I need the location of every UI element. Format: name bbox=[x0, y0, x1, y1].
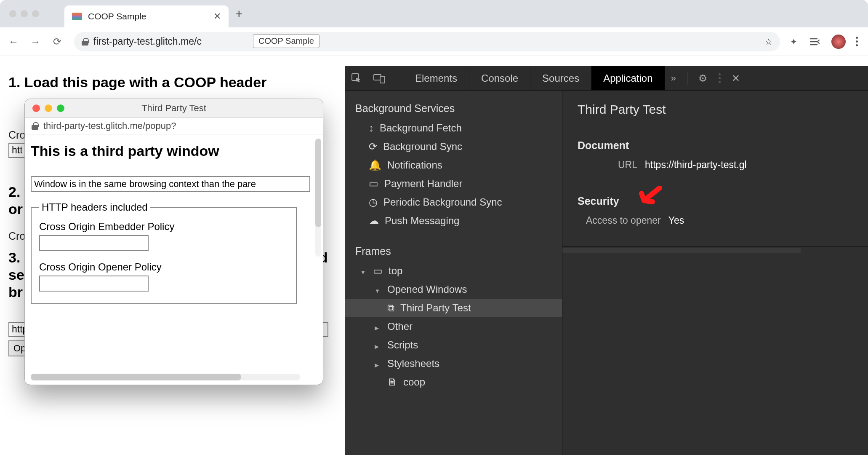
url-label: URL bbox=[618, 159, 637, 171]
popup-address-bar[interactable]: third-party-test.glitch.me/popup? bbox=[25, 118, 323, 134]
settings-gear-icon[interactable]: ⚙ bbox=[698, 72, 708, 84]
extensions-icon[interactable]: ✦ bbox=[788, 36, 799, 48]
popup-scrollbar-horizontal[interactable] bbox=[31, 374, 300, 380]
tab-application[interactable]: Application bbox=[591, 66, 665, 90]
inspect-tool-icon[interactable] bbox=[345, 66, 368, 90]
address-bar-row: ← → ⟳ first-party-test.glitch.me/c COOP … bbox=[0, 27, 868, 56]
lock-icon bbox=[82, 38, 88, 46]
popup-titlebar: Third Party Test bbox=[25, 99, 323, 118]
browsing-context-message: Window is in the same browsing context t… bbox=[31, 176, 310, 192]
sidebar-scripts[interactable]: Scripts bbox=[345, 336, 562, 354]
popup-title-text: Third Party Test bbox=[25, 103, 323, 114]
clock-icon: ◷ bbox=[369, 196, 378, 208]
new-tab-button[interactable]: + bbox=[235, 7, 243, 21]
cloud-icon: ☁ bbox=[369, 215, 379, 227]
fieldset-legend: HTTP headers included bbox=[39, 201, 150, 213]
profile-avatar[interactable] bbox=[831, 35, 846, 49]
document-heading: Document bbox=[578, 139, 853, 152]
access-opener-value: Yes bbox=[668, 215, 684, 226]
tab-title: COOP Sample bbox=[88, 11, 208, 21]
divider bbox=[562, 246, 868, 247]
coop-label: Cross Origin Opener Policy bbox=[39, 261, 288, 273]
http-input-partial[interactable] bbox=[8, 143, 25, 158]
browser-tab[interactable]: COOP Sample ✕ bbox=[64, 5, 229, 27]
popup-window-icon: ⧉ bbox=[387, 302, 394, 314]
url-value: https://third-party-test.gl bbox=[645, 159, 747, 171]
close-tab-icon[interactable]: ✕ bbox=[213, 11, 221, 22]
sidebar-other[interactable]: Other bbox=[345, 317, 562, 336]
tab-elements[interactable]: Elements bbox=[403, 66, 469, 90]
omnibox[interactable]: first-party-test.glitch.me/c COOP Sample… bbox=[74, 32, 780, 51]
window-icon: ▭ bbox=[373, 265, 383, 277]
device-toggle-icon[interactable] bbox=[368, 66, 391, 90]
star-icon[interactable]: ☆ bbox=[765, 37, 772, 47]
omnibox-url: first-party-test.glitch.me/c bbox=[93, 36, 202, 47]
sidebar-opened-windows[interactable]: Opened Windows bbox=[345, 280, 562, 299]
tab-console[interactable]: Console bbox=[469, 66, 530, 90]
close-devtools-icon[interactable]: ✕ bbox=[732, 72, 740, 84]
card-icon: ▭ bbox=[369, 178, 378, 190]
headers-fieldset: HTTP headers included Cross Origin Embed… bbox=[31, 201, 297, 304]
sidebar-item-bg-sync[interactable]: ⟳Background Sync bbox=[345, 137, 562, 156]
svg-rect-2 bbox=[380, 76, 385, 83]
page-heading-1: 1. Load this page with a COOP header bbox=[8, 74, 336, 91]
extension-icons: ✦ bbox=[788, 35, 864, 49]
tab-strip: COOP Sample ✕ + bbox=[0, 0, 868, 27]
devtools-panel: Elements Console Sources Application » ⚙… bbox=[345, 66, 868, 455]
bell-icon: 🔔 bbox=[369, 159, 381, 171]
chrome-menu-icon[interactable] bbox=[856, 37, 858, 46]
window-traffic-lights bbox=[9, 10, 39, 17]
popup-close-button[interactable] bbox=[32, 104, 40, 112]
refresh-icon: ⟳ bbox=[369, 141, 377, 153]
traffic-close[interactable] bbox=[9, 10, 16, 17]
coep-label: Cross Origin Embedder Policy bbox=[39, 221, 288, 233]
lock-icon bbox=[32, 122, 38, 130]
browser-chrome: COOP Sample ✕ + ← → ⟳ first-party-test.g… bbox=[0, 0, 868, 66]
popup-min-button[interactable] bbox=[45, 104, 52, 112]
access-opener-label: Access to opener bbox=[586, 215, 661, 226]
scrollbar-horizontal[interactable] bbox=[562, 248, 801, 253]
devtools-tabstrip: Elements Console Sources Application » ⚙… bbox=[345, 66, 868, 91]
omnibox-tooltip: COOP Sample bbox=[253, 34, 320, 48]
devtools-sidebar: Background Services ↕Background Fetch ⟳B… bbox=[345, 91, 562, 455]
favicon-icon bbox=[72, 13, 82, 20]
arrow-indicator-icon bbox=[636, 186, 663, 209]
forward-button[interactable]: → bbox=[26, 32, 45, 51]
sidebar-frame-top[interactable]: ▭top bbox=[345, 262, 562, 280]
sidebar-item-push-messaging[interactable]: ☁Push Messaging bbox=[345, 211, 562, 230]
overflow-tabs-icon[interactable]: » bbox=[671, 73, 676, 84]
popup-heading: This is a third party window bbox=[31, 143, 317, 159]
sidebar-frame-third-party[interactable]: ⧉Third Party Test bbox=[345, 299, 562, 317]
popup-scrollbar-vertical[interactable] bbox=[315, 139, 321, 257]
popup-url: third-party-test.glitch.me/popup? bbox=[43, 120, 176, 131]
devtools-main: Third Party Test Document URL https://th… bbox=[562, 91, 868, 455]
traffic-min[interactable] bbox=[21, 10, 28, 17]
devtools-menu-icon[interactable] bbox=[719, 73, 721, 83]
popup-max-button[interactable] bbox=[57, 104, 64, 112]
sidebar-section-frames: Frames bbox=[345, 241, 562, 262]
reload-button[interactable]: ⟳ bbox=[48, 32, 67, 51]
popup-window: Third Party Test third-party-test.glitch… bbox=[24, 99, 323, 385]
file-icon: 🗎 bbox=[387, 376, 397, 388]
reading-list-icon[interactable] bbox=[809, 36, 821, 48]
tab-sources[interactable]: Sources bbox=[530, 66, 591, 90]
sidebar-item-payment-handler[interactable]: ▭Payment Handler bbox=[345, 174, 562, 193]
sidebar-item-periodic-sync[interactable]: ◷Periodic Background Sync bbox=[345, 193, 562, 211]
security-heading: Security bbox=[578, 195, 853, 207]
frame-title: Third Party Test bbox=[562, 99, 868, 127]
sync-arrows-icon: ↕ bbox=[369, 122, 374, 134]
coep-input[interactable] bbox=[39, 235, 149, 251]
sidebar-item-notifications[interactable]: 🔔Notifications bbox=[345, 156, 562, 174]
sidebar-section-bg-services: Background Services bbox=[345, 98, 562, 119]
back-button[interactable]: ← bbox=[4, 32, 23, 51]
popup-body: This is a third party window Window is i… bbox=[25, 134, 323, 385]
sidebar-file-coop[interactable]: 🗎coop bbox=[345, 373, 562, 391]
coop-input[interactable] bbox=[39, 276, 149, 292]
sidebar-item-bg-fetch[interactable]: ↕Background Fetch bbox=[345, 119, 562, 137]
traffic-max[interactable] bbox=[32, 10, 39, 17]
sidebar-stylesheets[interactable]: Stylesheets bbox=[345, 354, 562, 373]
